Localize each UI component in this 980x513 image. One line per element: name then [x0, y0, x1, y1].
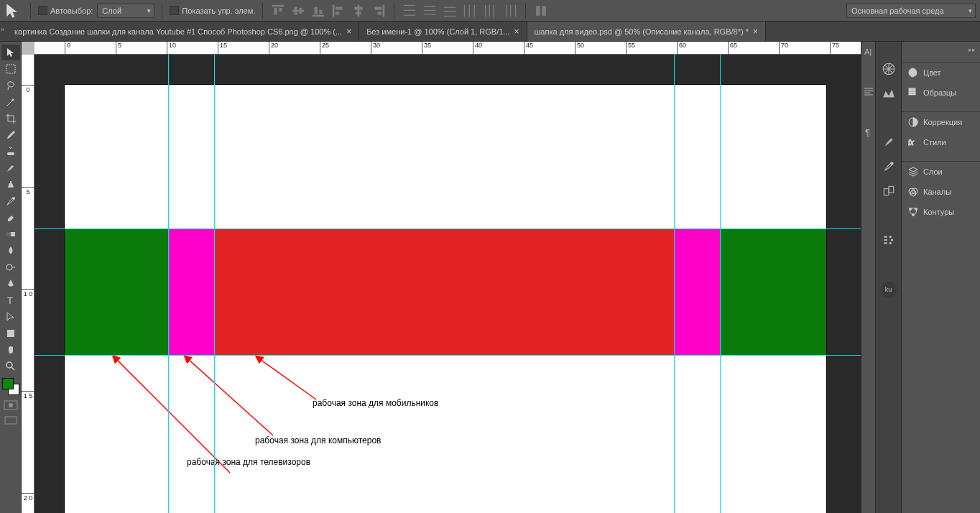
document-viewport[interactable]: рабочая зона для мобильников рабочая зон…	[34, 55, 861, 513]
layers-panel[interactable]: Слои	[902, 162, 980, 182]
svg-rect-57	[884, 189, 889, 195]
align-hcenter-icon[interactable]	[351, 3, 366, 19]
pc-zone-right	[674, 228, 720, 355]
history-brush-tool[interactable]	[1, 193, 20, 209]
distribute-right-icon[interactable]	[502, 3, 518, 19]
move-tool-icon[interactable]	[4, 3, 23, 19]
auto-align-icon[interactable]	[533, 3, 549, 19]
path-selection-tool[interactable]	[1, 309, 20, 325]
paragraph-panel-icon[interactable]	[863, 86, 874, 98]
align-vcenter-icon[interactable]	[290, 3, 306, 19]
eraser-tool[interactable]	[1, 210, 20, 226]
clone-stamp-tool[interactable]	[1, 177, 20, 193]
histogram-icon[interactable]	[882, 86, 896, 101]
close-icon[interactable]: ×	[346, 27, 351, 37]
paths-panel[interactable]: Контуры	[902, 202, 980, 222]
lasso-tool[interactable]	[1, 78, 20, 93]
svg-rect-27	[464, 4, 465, 17]
gradient-tool[interactable]	[1, 226, 20, 242]
magic-wand-tool[interactable]	[1, 94, 20, 110]
swatches-panel[interactable]: Образцы	[902, 83, 980, 103]
svg-point-60	[890, 239, 892, 241]
marquee-tool[interactable]	[1, 61, 20, 77]
options-bar: Автовыбор: Слой Показать упр. элем. Осно…	[0, 0, 980, 22]
distribute-top-icon[interactable]	[402, 3, 417, 19]
workspace-selector[interactable]: Основная рабочая среда	[846, 4, 976, 18]
adjustments-panel[interactable]: Коррекция	[902, 112, 980, 132]
svg-rect-9	[333, 4, 335, 17]
tab-label: картинка Создание шапки для канала Youtu…	[14, 27, 342, 36]
svg-rect-8	[320, 9, 323, 14]
autoselect-target-dropdown[interactable]: Слой	[97, 4, 154, 18]
guide-vertical[interactable]	[168, 55, 169, 513]
document-tabs: » картинка Создание шапки для канала You…	[0, 22, 980, 42]
guide-horizontal[interactable]	[34, 228, 861, 229]
guide-vertical[interactable]	[674, 55, 675, 513]
brush-preset-icon[interactable]	[882, 135, 896, 149]
autoselect-label: Автовыбор:	[50, 6, 93, 15]
close-icon[interactable]: ×	[514, 27, 519, 37]
align-top-icon[interactable]	[270, 3, 286, 19]
ruler-origin[interactable]	[22, 42, 34, 55]
brush-settings-icon[interactable]	[882, 160, 896, 174]
eyedropper-tool[interactable]	[1, 127, 20, 143]
type-tool[interactable]: T	[1, 292, 20, 308]
canvas-area[interactable]: 051015202530354045505560657075 051 01 52…	[22, 42, 861, 513]
collapsed-panel-column: A| ¶	[861, 42, 875, 513]
close-icon[interactable]: ×	[753, 27, 758, 37]
dodge-tool[interactable]	[1, 259, 20, 275]
align-right-icon[interactable]	[371, 3, 387, 19]
styles-panel[interactable]: fx Стили	[902, 132, 980, 152]
distribute-bottom-icon[interactable]	[442, 3, 458, 19]
svg-rect-32	[493, 4, 494, 17]
document-tab[interactable]: Без имени-1 @ 100% (Слой 1, RGB/1... ×	[359, 22, 527, 41]
styles-icon: fx	[907, 137, 919, 148]
clone-source-icon[interactable]	[882, 184, 896, 198]
pen-tool[interactable]	[1, 276, 20, 292]
svg-rect-10	[336, 6, 343, 9]
distribute-hcenter-icon[interactable]	[482, 3, 498, 19]
crop-tool[interactable]	[1, 111, 20, 126]
color-swatches[interactable]	[2, 378, 19, 395]
expand-panels-icon[interactable]: »	[1, 26, 4, 33]
svg-rect-62	[909, 88, 912, 91]
show-controls-checkbox[interactable]: Показать упр. элем.	[170, 6, 255, 15]
quickmask-icon[interactable]	[4, 400, 18, 410]
channels-panel[interactable]: Каналы	[902, 182, 980, 202]
distribute-vcenter-icon[interactable]	[422, 3, 438, 19]
color-panel[interactable]: Цвет	[902, 63, 980, 83]
vertical-ruler[interactable]: 051 01 52 02 5	[22, 55, 34, 513]
svg-rect-33	[507, 4, 507, 17]
move-tool[interactable]	[1, 45, 20, 60]
align-bottom-icon[interactable]	[310, 3, 326, 19]
svg-point-56	[890, 162, 893, 165]
swatches-icon	[907, 87, 919, 98]
properties-icon[interactable]	[882, 233, 896, 247]
distribute-left-icon[interactable]	[462, 3, 478, 19]
navigator-icon[interactable]	[882, 62, 896, 76]
brush-tool[interactable]	[1, 160, 20, 176]
blur-tool[interactable]	[1, 243, 20, 259]
character-panel-icon[interactable]: A|	[863, 46, 874, 57]
svg-rect-13	[355, 6, 363, 9]
mobile-zone	[214, 228, 674, 355]
screenmode-icon[interactable]	[4, 415, 18, 425]
document-tab[interactable]: шапка для видео.psd @ 50% (Описание кана…	[527, 22, 766, 41]
guide-vertical[interactable]	[720, 55, 721, 513]
hand-tool[interactable]	[1, 342, 20, 358]
foreground-color[interactable]	[2, 378, 14, 389]
document-tab[interactable]: картинка Создание шапки для канала Youtu…	[7, 22, 359, 41]
kuler-icon[interactable]: ku	[881, 282, 897, 297]
guide-horizontal[interactable]	[34, 355, 861, 356]
align-left-icon[interactable]	[330, 3, 346, 19]
pilcrow-icon[interactable]: ¶	[863, 126, 874, 138]
shape-tool[interactable]	[1, 325, 20, 341]
collapse-icon[interactable]: ▸▸	[969, 46, 976, 53]
healing-brush-tool[interactable]	[1, 144, 20, 160]
horizontal-ruler[interactable]: 051015202530354045505560657075	[34, 42, 861, 55]
guide-vertical[interactable]	[214, 55, 215, 513]
svg-rect-14	[356, 11, 361, 14]
autoselect-checkbox[interactable]: Автовыбор:	[38, 6, 93, 15]
zoom-tool[interactable]	[1, 359, 20, 374]
svg-rect-26	[444, 15, 456, 16]
